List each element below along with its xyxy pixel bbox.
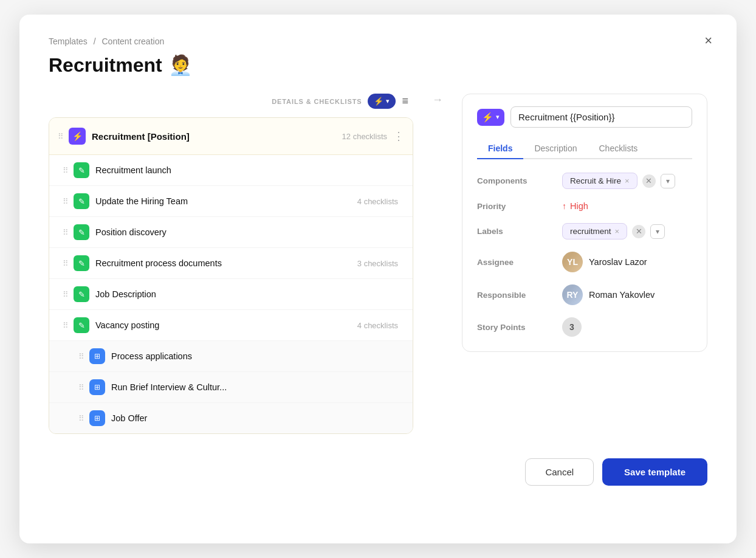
task-item[interactable]: ⠿ ✎ Update the Hiring Team 4 checklists: [49, 186, 413, 217]
story-points-badge: 3: [562, 317, 582, 337]
tab-checklists[interactable]: Checklists: [588, 139, 649, 159]
breadcrumb: Templates / Content creation: [49, 36, 707, 46]
task-group-name: Recruitment [Position]: [92, 131, 342, 142]
title-input[interactable]: [510, 106, 692, 128]
breadcrumb-sep: /: [94, 36, 96, 46]
components-label: Components: [477, 176, 562, 185]
assignee-name: Yaroslav Lazor: [589, 257, 647, 267]
task-item[interactable]: ⠿ ✎ Recruitment process documents 3 chec…: [49, 248, 413, 279]
toggle-button[interactable]: ⚡ ▾: [368, 94, 396, 109]
drag-handle-icon: ⠿: [78, 414, 84, 423]
responsible-avatar: RY: [562, 284, 583, 305]
story-points-number: 3: [569, 322, 574, 332]
lines-icon: ≡: [402, 95, 408, 107]
task-icon: ✎: [74, 162, 89, 178]
labels-tag-remove[interactable]: ×: [615, 227, 620, 236]
priority-value: ↑ High: [562, 201, 692, 211]
task-type-icon: ⚡: [482, 112, 493, 123]
assignee-value: YL Yaroslav Lazor: [562, 252, 692, 272]
left-panel: DETAILS & CHECKLISTS ⚡ ▾ ≡ ⠿ ⚡ Recruitm: [49, 94, 413, 434]
drag-handle-icon: ⠿: [63, 259, 69, 268]
close-button[interactable]: ×: [704, 34, 712, 47]
components-clear-button[interactable]: ✕: [642, 174, 656, 188]
drag-handle-icon: ⠿: [63, 321, 69, 330]
task-icon: ✎: [74, 255, 89, 271]
responsible-label: Responsible: [477, 291, 562, 300]
details-bar: DETAILS & CHECKLISTS ⚡ ▾ ≡: [49, 94, 413, 109]
page-title: Recruitment 🧑‍💼: [49, 53, 707, 77]
task-checklist-count: 3 checklists: [357, 259, 398, 268]
toggle-icon: ⚡: [374, 97, 383, 106]
components-value: Recruit & Hire × ✕ ▾: [562, 173, 692, 189]
right-panel: ⚡ ▾ Fields Description Checklists Compon…: [462, 94, 707, 352]
task-name: Job Offer: [111, 413, 404, 423]
labels-tag: recruitment ×: [562, 223, 627, 239]
task-icon-blue: ⊞: [89, 348, 105, 364]
task-item[interactable]: ⠿ ✎ Position discovery: [49, 217, 413, 248]
arrow-right-icon: →: [432, 94, 443, 106]
labels-label: Labels: [477, 227, 562, 236]
components-tag-text: Recruit & Hire: [570, 176, 621, 185]
task-item[interactable]: ⠿ ✎ Job Description: [49, 279, 413, 310]
more-options-button[interactable]: ⋮: [393, 129, 404, 143]
drag-handle-icon: ⠿: [78, 352, 84, 361]
task-name: Recruitment launch: [95, 165, 404, 175]
task-name: Run Brief Interview & Cultur...: [111, 382, 404, 392]
right-header: ⚡ ▾: [477, 106, 692, 128]
breadcrumb-part2: Content creation: [101, 36, 164, 46]
task-item-indented[interactable]: ⠿ ⊞ Run Brief Interview & Cultur...: [49, 372, 413, 403]
drag-handle-icon: ⠿: [58, 132, 64, 141]
task-checklist-count: 4 checklists: [357, 197, 398, 206]
drag-handle-icon: ⠿: [63, 197, 69, 206]
task-type-dropdown[interactable]: ⚡ ▾: [477, 109, 504, 126]
task-group-checklist-count: 12 checklists: [342, 132, 387, 141]
breadcrumb-part1: Templates: [49, 36, 88, 46]
page-title-text: Recruitment: [49, 54, 162, 77]
fields-table: Components Recruit & Hire × ✕ ▾ Priority…: [477, 173, 692, 337]
tabs: Fields Description Checklists: [477, 139, 692, 159]
task-icon: ✎: [74, 193, 89, 209]
task-name: Position discovery: [95, 227, 404, 237]
story-points-label: Story Points: [477, 323, 562, 332]
story-points-value: 3: [562, 317, 692, 337]
task-item[interactable]: ⠿ ✎ Recruitment launch: [49, 155, 413, 186]
task-icon: ✎: [74, 317, 89, 333]
components-dropdown-button[interactable]: ▾: [661, 174, 675, 188]
task-name: Update the Hiring Team: [95, 196, 357, 206]
assignee-label: Assignee: [477, 258, 562, 267]
chevron-down-icon: ▾: [496, 113, 500, 121]
responsible-avatar-initials: RY: [567, 290, 579, 300]
task-name: Vacancy posting: [95, 320, 357, 330]
task-name: Process applications: [111, 351, 404, 361]
task-icon: ✎: [74, 224, 89, 240]
details-label: DETAILS & CHECKLISTS: [272, 98, 362, 105]
task-item-indented[interactable]: ⠿ ⊞ Job Offer: [49, 403, 413, 433]
responsible-value: RY Roman Yakovlev: [562, 284, 692, 305]
content-area: DETAILS & CHECKLISTS ⚡ ▾ ≡ ⠿ ⚡ Recruitm: [49, 94, 707, 434]
labels-dropdown-button[interactable]: ▾: [650, 224, 665, 239]
drag-handle-icon: ⠿: [78, 383, 84, 392]
tab-description[interactable]: Description: [523, 139, 588, 159]
task-name: Job Description: [95, 289, 404, 299]
lines-button[interactable]: ≡: [402, 95, 408, 108]
responsible-row: RY Roman Yakovlev: [562, 284, 655, 305]
drag-handle-icon: ⠿: [63, 228, 69, 237]
cancel-button[interactable]: Cancel: [525, 458, 594, 486]
modal-container: Templates / Content creation Recruitment…: [19, 15, 737, 543]
task-item[interactable]: ⠿ ✎ Vacancy posting 4 checklists: [49, 310, 413, 341]
priority-high: ↑ High: [562, 201, 588, 211]
assignee-row: YL Yaroslav Lazor: [562, 252, 647, 272]
labels-clear-button[interactable]: ✕: [632, 225, 645, 238]
save-template-button[interactable]: Save template: [602, 458, 707, 486]
components-tag: Recruit & Hire ×: [562, 173, 637, 189]
task-group-icon: ⚡: [69, 128, 86, 145]
components-tag-remove[interactable]: ×: [625, 176, 630, 185]
priority-text: High: [570, 201, 588, 211]
bottom-bar: Cancel Save template: [49, 458, 707, 486]
responsible-name: Roman Yakovlev: [589, 290, 655, 300]
tab-fields[interactable]: Fields: [477, 139, 523, 159]
task-group-header[interactable]: ⠿ ⚡ Recruitment [Position] 12 checklists…: [49, 118, 413, 155]
task-item-indented[interactable]: ⠿ ⊞ Process applications: [49, 341, 413, 372]
bolt-icon: ⚡: [72, 131, 83, 141]
assignee-avatar: YL: [562, 252, 583, 272]
